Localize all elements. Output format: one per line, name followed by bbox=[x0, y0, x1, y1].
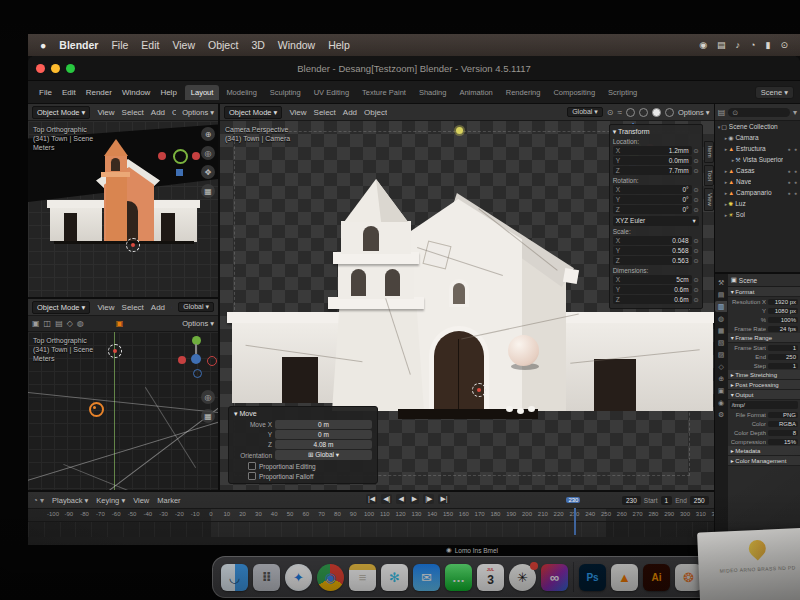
transform-orientation[interactable]: Global ▾ bbox=[178, 302, 214, 312]
zoom-icon[interactable]: ◎ bbox=[201, 390, 215, 404]
editor-type-icon[interactable]: ▤ bbox=[718, 108, 726, 117]
menubar-item-help[interactable]: Help bbox=[328, 39, 350, 51]
outliner-row-campanario[interactable]: ▸▲Campanario● ● bbox=[715, 187, 800, 198]
move-axis-field[interactable]: 0 m bbox=[275, 420, 372, 429]
disclosure-arrow[interactable]: ▸ bbox=[725, 135, 728, 141]
move-checkbox-row[interactable]: Proportional Editing bbox=[248, 462, 372, 470]
dock-messages[interactable]: … bbox=[445, 564, 472, 591]
dock-slack[interactable]: ✻ bbox=[381, 564, 408, 591]
playback-button[interactable]: |▶ bbox=[423, 494, 434, 504]
viewport-menu-select[interactable]: Select bbox=[122, 303, 144, 312]
options-dropdown[interactable]: Options ▾ bbox=[678, 108, 710, 117]
viewport-menu-add[interactable]: Add bbox=[343, 108, 357, 117]
panel-header-color-management[interactable]: ▸ Color Management bbox=[728, 456, 800, 466]
menubar-item-3d[interactable]: 3D bbox=[251, 39, 264, 51]
lock-icon[interactable]: ⊙ bbox=[694, 147, 699, 154]
menubar-status-icon[interactable]: ♪ bbox=[736, 40, 741, 50]
properties-tab-10[interactable]: ◉ bbox=[715, 397, 727, 408]
dock-chrome[interactable]: ◉ bbox=[317, 564, 344, 591]
axis-gizmo[interactable] bbox=[176, 336, 216, 380]
gizmo-x-handle2[interactable] bbox=[192, 152, 200, 160]
property-value-field[interactable]: 1 bbox=[768, 345, 798, 351]
checkbox[interactable] bbox=[248, 462, 256, 470]
properties-editor[interactable]: ⚒▤▥◍▦▧▨◇⊕▣◉⚙ ▣ Scene ▾ FormatResolution … bbox=[715, 274, 800, 533]
menubar-item-blender[interactable]: Blender bbox=[59, 39, 98, 51]
frame-end-field[interactable]: 250 bbox=[690, 496, 709, 505]
rotation-mode-dropdown[interactable]: XYZ Euler▾ bbox=[613, 216, 699, 226]
timeline-menu-marker[interactable]: Marker bbox=[157, 496, 180, 505]
lock-icon[interactable]: ⊙ bbox=[694, 247, 699, 254]
properties-tab-2[interactable]: ▥ bbox=[715, 301, 727, 312]
lock-icon[interactable]: ⊙ bbox=[694, 157, 699, 164]
current-frame-field[interactable]: 230 bbox=[622, 496, 641, 505]
npanel-field-z[interactable]: Z0° bbox=[613, 205, 692, 214]
menubar-item-object[interactable]: Object bbox=[208, 39, 238, 51]
sphere-object[interactable] bbox=[508, 335, 539, 366]
outliner-row-luz[interactable]: ▸✺Luz bbox=[715, 198, 800, 209]
menubar-status-icon[interactable]: ▤ bbox=[717, 40, 726, 50]
disclosure-arrow[interactable]: ▸ bbox=[725, 190, 728, 196]
outliner-row-nave[interactable]: ▸▲Nave● ● bbox=[715, 176, 800, 187]
menubar-item-file[interactable]: File bbox=[111, 39, 128, 51]
gizmo-z-handle[interactable] bbox=[176, 169, 183, 176]
visibility-toggles[interactable]: ● ● bbox=[788, 146, 798, 152]
property-value-field[interactable]: 1 bbox=[768, 363, 798, 369]
property-value-field[interactable]: 250 bbox=[768, 354, 798, 360]
npanel-tab-item[interactable]: Item bbox=[704, 141, 714, 163]
orientation-dropdown[interactable]: ⊞ Global ▾ bbox=[275, 450, 372, 460]
viewport-menu-object[interactable]: Object bbox=[172, 108, 176, 117]
properties-tab-6[interactable]: ▨ bbox=[715, 349, 727, 360]
playback-button[interactable]: ▶| bbox=[438, 494, 449, 504]
dock-calendar[interactable]: 3JUL bbox=[477, 564, 504, 591]
tool-icon-1[interactable]: ◫ bbox=[44, 319, 52, 328]
pan-icon[interactable]: ✥ bbox=[201, 165, 215, 179]
npanel-field-z[interactable]: Z0.563 bbox=[613, 256, 692, 265]
gizmo-x-handle[interactable] bbox=[158, 152, 166, 160]
panel-header-format[interactable]: ▾ Format bbox=[728, 287, 800, 297]
properties-tab-1[interactable]: ▤ bbox=[715, 289, 727, 300]
menubar-status-icon[interactable]: ▮ bbox=[766, 40, 771, 50]
menubar-item-window[interactable]: Window bbox=[278, 39, 315, 51]
property-value-field[interactable]: 1920 px bbox=[768, 299, 798, 305]
topbar-menu-render[interactable]: Render bbox=[81, 86, 117, 99]
playback-button[interactable]: ◀ bbox=[396, 494, 405, 504]
npanel-tab-view[interactable]: View bbox=[704, 188, 714, 211]
tool-icon-4[interactable]: ◍ bbox=[77, 319, 84, 328]
timeline-menu-keying[interactable]: Keying ▾ bbox=[96, 496, 125, 505]
dock-finder[interactable]: ◡ bbox=[221, 564, 248, 591]
mode-selector[interactable]: Object Mode ▾ bbox=[32, 301, 90, 314]
menubar-status-icon[interactable]: ⊙ bbox=[780, 40, 788, 50]
panel-header-output[interactable]: ▾ Output bbox=[728, 390, 800, 400]
lock-icon[interactable]: ⊙ bbox=[694, 167, 699, 174]
dock-chatgpt[interactable]: ✳ bbox=[509, 564, 536, 591]
viewport-camera[interactable]: Object Mode ▾ViewSelectAddObject Global … bbox=[220, 104, 714, 490]
disclosure-arrow[interactable]: ▸ bbox=[725, 146, 728, 152]
npanel-field-z[interactable]: Z7.7mm bbox=[613, 166, 692, 175]
panel-header-time-stretching[interactable]: ▸ Time Stretching bbox=[728, 370, 800, 380]
properties-tab-5[interactable]: ▧ bbox=[715, 337, 727, 348]
checkbox[interactable] bbox=[248, 472, 256, 480]
move-axis-field[interactable]: 4.08 m bbox=[275, 440, 372, 449]
filter-icon[interactable]: ▾ bbox=[793, 108, 797, 117]
npanel-field-y[interactable]: Y0.568 bbox=[613, 246, 692, 255]
zoom-icon[interactable]: ◎ bbox=[201, 146, 215, 160]
npanel-field-x[interactable]: X1.2mm bbox=[613, 146, 692, 155]
property-value-field[interactable]: 1080 px bbox=[768, 308, 798, 314]
properties-tab-4[interactable]: ▦ bbox=[715, 325, 727, 336]
camera-view-icon[interactable]: ▦ bbox=[201, 184, 215, 198]
orbit-gizmo-icon[interactable]: ⊕ bbox=[201, 127, 215, 141]
shading-wireframe-icon[interactable] bbox=[626, 108, 635, 117]
viewport-menu-add[interactable]: Add bbox=[151, 303, 165, 312]
disclosure-arrow[interactable]: ▸ bbox=[725, 201, 728, 207]
workspace-tab-modeling[interactable]: Modeling bbox=[220, 85, 262, 100]
workspace-tab-texture-paint[interactable]: Texture Paint bbox=[356, 85, 412, 100]
close-window-button[interactable] bbox=[36, 64, 45, 73]
proportional-edit-icon[interactable]: ≈ bbox=[618, 108, 622, 117]
output-path-field[interactable]: /tmp/ bbox=[730, 401, 798, 409]
playback-button[interactable]: ◀| bbox=[381, 494, 392, 504]
timeline-ruler[interactable]: -100-90-80-70-60-50-40-30-20-10010203040… bbox=[28, 509, 714, 522]
viewport-menu-select[interactable]: Select bbox=[122, 108, 144, 117]
lock-icon[interactable]: ⊙ bbox=[694, 296, 699, 303]
light-object[interactable] bbox=[89, 402, 104, 417]
npanel-field-y[interactable]: Y0.0mm bbox=[613, 156, 692, 165]
